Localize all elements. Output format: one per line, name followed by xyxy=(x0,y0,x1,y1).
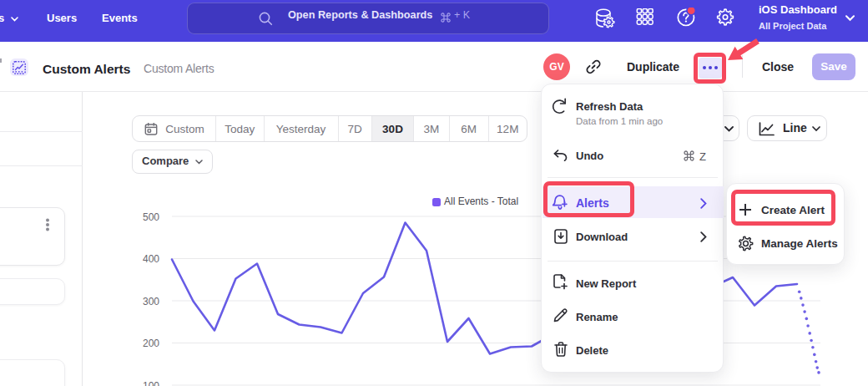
svg-text:All Events - Total: All Events - Total xyxy=(444,196,518,207)
svg-text:400: 400 xyxy=(143,253,159,265)
svg-text:200: 200 xyxy=(143,338,159,349)
svg-text:300: 300 xyxy=(143,296,159,307)
svg-text:100: 100 xyxy=(143,380,159,386)
svg-text:500: 500 xyxy=(143,211,159,223)
